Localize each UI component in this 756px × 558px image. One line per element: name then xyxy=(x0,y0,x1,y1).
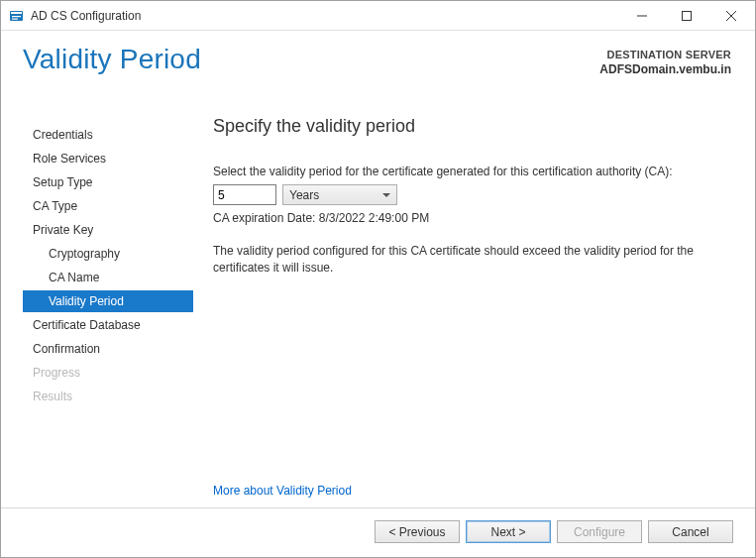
header: Validity Period DESTINATION SERVER ADFSD… xyxy=(1,31,755,116)
validity-input-row: Years xyxy=(213,184,733,205)
sidebar-item-confirmation[interactable]: Confirmation xyxy=(23,338,193,360)
expiration-date-text: CA expiration Date: 8/3/2022 2:49:00 PM xyxy=(213,211,733,225)
destination-block: DESTINATION SERVER ADFSDomain.vembu.in xyxy=(599,45,731,116)
svg-rect-5 xyxy=(682,11,691,20)
footer: < Previous Next > Configure Cancel xyxy=(1,507,755,557)
sidebar-item-private-key[interactable]: Private Key xyxy=(23,219,193,241)
close-button[interactable] xyxy=(708,2,753,30)
content-pane: Specify the validity period Select the v… xyxy=(193,116,733,507)
svg-rect-2 xyxy=(12,16,21,17)
sidebar-item-cryptography[interactable]: Cryptography xyxy=(23,243,193,265)
sidebar-item-results: Results xyxy=(23,386,193,407)
cancel-button[interactable]: Cancel xyxy=(648,520,733,543)
sidebar-item-progress: Progress xyxy=(23,362,193,384)
validity-unit-select[interactable]: Years xyxy=(282,184,397,205)
validity-value-input[interactable] xyxy=(213,184,276,205)
minimize-button[interactable] xyxy=(619,2,664,30)
destination-value: ADFSDomain.vembu.in xyxy=(599,62,731,76)
sidebar: Credentials Role Services Setup Type CA … xyxy=(23,116,193,507)
sidebar-item-ca-type[interactable]: CA Type xyxy=(23,195,193,217)
svg-rect-3 xyxy=(12,18,18,19)
app-icon xyxy=(9,8,25,24)
titlebar: AD CS Configuration xyxy=(1,1,755,31)
sidebar-item-ca-name[interactable]: CA Name xyxy=(23,267,193,288)
maximize-button[interactable] xyxy=(664,2,708,30)
svg-rect-1 xyxy=(11,12,22,14)
configure-button: Configure xyxy=(557,520,642,543)
sidebar-item-credentials[interactable]: Credentials xyxy=(23,124,193,146)
info-paragraph: The validity period configured for this … xyxy=(213,243,708,277)
destination-label: DESTINATION SERVER xyxy=(599,49,731,60)
validity-unit-value: Years xyxy=(282,184,397,205)
main-area: Credentials Role Services Setup Type CA … xyxy=(1,116,755,507)
window-title: AD CS Configuration xyxy=(31,9,141,23)
next-button[interactable]: Next > xyxy=(466,520,551,543)
content-heading: Specify the validity period xyxy=(213,116,733,137)
sidebar-item-setup-type[interactable]: Setup Type xyxy=(23,171,193,193)
page-title: Validity Period xyxy=(23,45,201,116)
instruction-text: Select the validity period for the certi… xyxy=(213,165,733,178)
sidebar-item-certificate-database[interactable]: Certificate Database xyxy=(23,314,193,336)
sidebar-item-role-services[interactable]: Role Services xyxy=(23,148,193,169)
window-controls xyxy=(619,2,753,30)
more-about-link[interactable]: More about Validity Period xyxy=(213,484,733,498)
previous-button[interactable]: < Previous xyxy=(375,520,460,543)
sidebar-item-validity-period[interactable]: Validity Period xyxy=(23,290,193,312)
